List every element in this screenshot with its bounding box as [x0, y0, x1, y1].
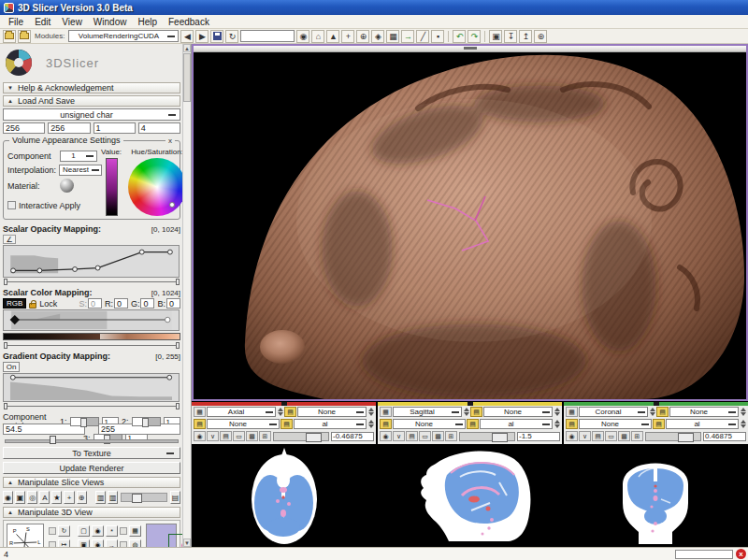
s-field[interactable]: 0 [88, 298, 102, 309]
orientation-spinner[interactable] [463, 407, 469, 417]
range-low-thumb[interactable] [4, 342, 7, 349]
load-scene-button[interactable] [3, 30, 16, 43]
actor-button[interactable]: ◍ [129, 539, 141, 547]
section-help-acknowledgement[interactable]: ▼ Help & Acknowledgement [3, 82, 180, 93]
sagittal-slice-view[interactable] [378, 445, 562, 547]
screen-button[interactable]: ▭ [605, 431, 617, 441]
screen-button[interactable]: ▭ [233, 431, 245, 441]
crosshair-button[interactable]: ⊕ [356, 30, 369, 43]
spin-checkbox[interactable] [49, 527, 56, 535]
grid-toggle-button[interactable]: ⊞ [445, 431, 457, 441]
module-selector[interactable]: VolumeRenderingCUDA [68, 30, 179, 42]
background-spinner[interactable] [554, 419, 560, 429]
background-spinner[interactable] [367, 419, 374, 429]
to-texture-menubutton[interactable]: To Texture [3, 447, 180, 459]
gradient-opacity-on-button[interactable]: On [3, 362, 20, 372]
range-high-thumb[interactable] [176, 342, 180, 349]
grid-toggle-button[interactable]: ⊞ [631, 431, 643, 441]
more-options-button[interactable]: ∨ [579, 431, 591, 441]
view-3d-canvas[interactable] [194, 52, 746, 399]
crosshair-mode-button[interactable]: + [64, 491, 74, 504]
slice-link-button[interactable]: ◎ [27, 491, 37, 504]
slice-grid-button[interactable]: ▦ [194, 407, 206, 417]
scalar-color-editor[interactable] [3, 309, 180, 331]
component-dropdown[interactable]: 1 [60, 151, 97, 162]
foreground-layer-button[interactable]: ▤ [284, 407, 296, 417]
scroll-up-icon[interactable]: ▲ [183, 44, 191, 52]
pin-up-button[interactable]: ↥ [519, 30, 532, 43]
section-manipulate-slice-views[interactable]: ▲ Manipulate Slice Views [3, 477, 180, 488]
layers-button[interactable]: ▤ [220, 431, 232, 441]
module-search-input[interactable] [240, 30, 295, 42]
collapse-pin[interactable] [654, 402, 659, 406]
section-manipulate-3d-view[interactable]: ▲ Manipulate 3D View [3, 507, 180, 518]
background-layer-button[interactable]: ▤ [280, 419, 293, 429]
visibility-button[interactable]: ◉ [194, 431, 206, 441]
view-3d[interactable] [192, 44, 748, 401]
capture-view-button[interactable]: ▣ [489, 30, 502, 43]
screen-capture-button[interactable]: ▪ [431, 30, 444, 43]
annotation-button[interactable]: A [39, 491, 50, 504]
visibility-button[interactable]: ◉ [380, 431, 392, 441]
material-sphere-button[interactable] [60, 179, 74, 193]
scalar-opacity-range-slider[interactable] [4, 279, 180, 285]
orientation-spinner[interactable] [277, 407, 283, 417]
fiducial-tool-button[interactable]: ▲ [326, 30, 339, 43]
fade-slider[interactable] [121, 493, 167, 502]
pan-button[interactable]: → [106, 539, 118, 547]
coronal-color-bar[interactable] [564, 402, 748, 406]
fg-bg-toggle-button[interactable]: ▥ [108, 491, 118, 504]
zoom-in-button[interactable]: ◉ [92, 539, 104, 547]
pin-down-button[interactable]: ↧ [504, 30, 517, 43]
more-options-button[interactable]: ∨ [207, 431, 219, 441]
foreground-spinner[interactable] [740, 407, 746, 417]
axial-slice-view[interactable] [192, 445, 376, 547]
center-view-button[interactable]: ↦ [58, 539, 70, 547]
navigation-zoom-box[interactable] [168, 534, 182, 547]
datatype-dropdown[interactable]: unsigned char [3, 108, 180, 121]
box-visibility-button[interactable]: ▢ [78, 525, 90, 537]
module-forward-button[interactable]: ▶ [195, 30, 209, 43]
dimension-x-field[interactable]: 256 [3, 122, 45, 134]
layers-button[interactable]: ▤ [592, 431, 604, 441]
navigator-button[interactable]: ⊕ [77, 491, 87, 504]
orientation-dropdown[interactable]: Sagittal [393, 407, 462, 417]
fg-bg-swap-button[interactable]: ▥ [95, 491, 106, 504]
label-dropdown[interactable]: None [393, 419, 466, 429]
value-gradient-bar[interactable] [106, 158, 118, 216]
redo-button[interactable]: ↷ [468, 30, 481, 43]
range-high-thumb[interactable] [176, 403, 180, 409]
rotate-view-button[interactable]: ↻ [58, 525, 70, 537]
layout-button[interactable]: ▦ [386, 30, 399, 43]
save-scene-button[interactable] [18, 30, 31, 43]
world-view-button[interactable]: ⊛ [534, 30, 547, 43]
hue-marker[interactable] [169, 202, 175, 208]
hue-saturation-wheel[interactable] [128, 158, 182, 216]
orthographic-checkbox[interactable] [120, 527, 127, 535]
zoom-tool-button[interactable]: ◉ [296, 30, 309, 43]
interpolation-dropdown[interactable]: Nearest [59, 165, 102, 176]
screen-grab-button[interactable]: ▦ [129, 525, 141, 537]
menu-view[interactable]: View [56, 17, 88, 27]
foreground-spinner[interactable] [554, 407, 560, 417]
gradient-opacity-range-slider[interactable] [4, 403, 180, 409]
rgb-mode-button[interactable]: RGB [3, 298, 26, 309]
module-back-button[interactable]: ◀ [180, 30, 194, 43]
range-high-thumb[interactable] [176, 279, 180, 285]
b-field[interactable]: 0 [166, 298, 180, 309]
home-module-button[interactable]: ⌂ [311, 30, 324, 43]
slice-offset-slider[interactable] [645, 432, 701, 441]
menu-window[interactable]: Window [88, 17, 133, 27]
title-bar[interactable]: 3D Slicer Version 3.0 Beta [0, 0, 748, 15]
background-dropdown[interactable]: al [666, 419, 739, 429]
range-low-thumb[interactable] [4, 403, 7, 409]
visibility-button[interactable]: ◉ [566, 431, 578, 441]
update-renderer-button[interactable]: Update Renderer [3, 462, 180, 474]
foreground-dropdown[interactable]: None [669, 407, 739, 417]
slice-offset-field[interactable]: -0.46875 [331, 432, 374, 441]
ramp-tool-button[interactable]: ∠ [3, 235, 16, 244]
slice-offset-slider[interactable] [273, 432, 329, 441]
scrollbar-thumb[interactable] [183, 53, 191, 102]
foreground-spinner[interactable] [367, 407, 374, 417]
slice-offset-field[interactable]: -1.5 [517, 432, 560, 441]
